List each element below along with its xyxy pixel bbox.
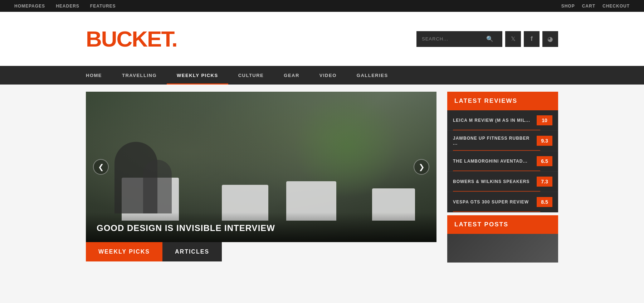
review-name-1: LEICA M REVIEW (M AS IN MIL...	[453, 118, 533, 123]
review-name-3: THE LAMBORGHINI AVENTAD...	[453, 159, 533, 164]
nav-galleries[interactable]: GALLERIES	[347, 66, 398, 85]
top-bar: HOMEPAGES HEADERS FEATURES SHOP CART CHE…	[0, 0, 644, 12]
nav-culture[interactable]: CULTURE	[228, 66, 274, 85]
review-name-5: VESPA GTS 300 SUPER REVIEW	[453, 199, 533, 205]
latest-posts-content	[447, 234, 558, 263]
main-content: GOOD DESIGN IS INVISIBLE INTERVIEW ❮ ❯ W…	[0, 85, 644, 270]
top-bar-right: SHOP CART CHECKOUT	[561, 4, 630, 9]
header: BUCKET. 🔍 𝕏 f ◕	[0, 12, 644, 66]
nav-headers[interactable]: HEADERS	[56, 4, 79, 9]
top-bar-left: HOMEPAGES HEADERS FEATURES	[14, 4, 116, 9]
review-score-5: 8.5	[537, 197, 552, 207]
review-score-4: 7.3	[537, 177, 552, 187]
sidebar: LATEST REVIEWS LEICA M REVIEW (M AS IN M…	[447, 92, 558, 263]
content-tabs: WEEKLY PICKS ARTICLES	[86, 242, 436, 261]
person-silhouette	[143, 160, 172, 213]
nav-homepages[interactable]: HOMEPAGES	[14, 4, 45, 9]
rss-icon: ◕	[547, 35, 553, 43]
latest-reviews-title: LATEST REVIEWS	[447, 92, 558, 110]
header-right: 🔍 𝕏 f ◕	[416, 31, 558, 47]
nav-features[interactable]: FEATURES	[90, 4, 116, 9]
nav-gear[interactable]: GEAR	[274, 66, 309, 85]
search-button[interactable]: 🔍	[486, 35, 493, 42]
search-box: 🔍	[416, 31, 502, 47]
nav-home[interactable]: HOME	[86, 66, 112, 85]
review-item-2[interactable]: JAWBONE UP FITNESS RUBBER ... 9.3	[447, 131, 558, 151]
latest-posts-title: LATEST POSTS	[447, 215, 558, 234]
twitter-icon: 𝕏	[511, 35, 516, 42]
review-score-1: 10	[537, 115, 552, 125]
review-name-2: JAWBONE UP FITNESS RUBBER ...	[453, 136, 533, 146]
latest-reviews-widget: LATEST REVIEWS LEICA M REVIEW (M AS IN M…	[447, 92, 558, 212]
nav-travelling[interactable]: TRAVELLING	[112, 66, 167, 85]
nav-checkout[interactable]: CHECKOUT	[602, 4, 630, 9]
slider: GOOD DESIGN IS INVISIBLE INTERVIEW ❮ ❯	[86, 92, 436, 242]
slider-caption-text: GOOD DESIGN IS INVISIBLE INTERVIEW	[97, 223, 426, 233]
facebook-icon: f	[531, 35, 533, 43]
review-score-3: 6.5	[537, 156, 552, 166]
tab-weekly-picks[interactable]: WEEKLY PICKS	[86, 242, 162, 261]
tab-articles[interactable]: ARTICLES	[162, 242, 222, 261]
review-item-1[interactable]: LEICA M REVIEW (M AS IN MIL... 10	[447, 110, 558, 131]
nav-weekly-picks[interactable]: WEEKLY PICKS	[167, 66, 228, 85]
slider-next-button[interactable]: ❯	[414, 159, 429, 175]
slider-caption: GOOD DESIGN IS INVISIBLE INTERVIEW	[86, 212, 436, 242]
nav-video[interactable]: VIDEO	[309, 66, 347, 85]
review-score-2: 9.3	[537, 136, 552, 146]
main-nav: HOME TRAVELLING WEEKLY PICKS CULTURE GEA…	[0, 66, 644, 85]
rss-button[interactable]: ◕	[542, 31, 558, 47]
slider-prev-button[interactable]: ❮	[93, 159, 109, 175]
review-item-3[interactable]: THE LAMBORGHINI AVENTAD... 6.5	[447, 151, 558, 172]
review-name-4: BOWERS & WILKINS SPEAKERS	[453, 179, 533, 184]
latest-posts-widget: LATEST POSTS	[447, 215, 558, 263]
facebook-button[interactable]: f	[524, 31, 540, 47]
nav-shop[interactable]: SHOP	[561, 4, 575, 9]
review-item-5[interactable]: VESPA GTS 300 SUPER REVIEW 8.5	[447, 192, 558, 212]
site-logo[interactable]: BUCKET.	[86, 26, 177, 52]
nav-cart[interactable]: CART	[582, 4, 595, 9]
hero-section: GOOD DESIGN IS INVISIBLE INTERVIEW ❮ ❯ W…	[86, 92, 436, 263]
twitter-button[interactable]: 𝕏	[505, 31, 521, 47]
search-input[interactable]	[422, 36, 486, 42]
review-item-4[interactable]: BOWERS & WILKINS SPEAKERS 7.3	[447, 172, 558, 192]
